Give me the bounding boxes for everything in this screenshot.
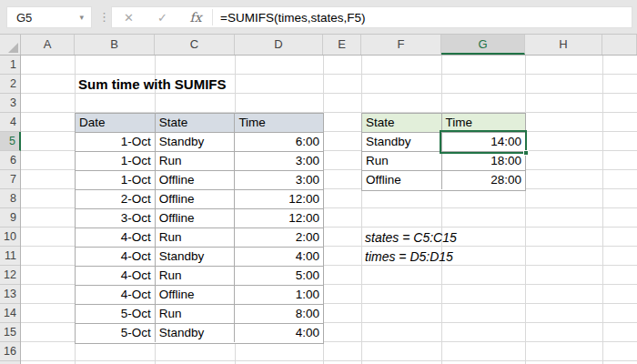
- row-header-2[interactable]: 2: [0, 75, 20, 94]
- time-cell[interactable]: 2:00: [235, 228, 323, 247]
- state-cell[interactable]: Run: [156, 152, 236, 170]
- gridline: [525, 56, 526, 364]
- time-cell[interactable]: 3:00: [235, 171, 323, 189]
- data-table-row: 5-Oct Run 8:00: [76, 305, 323, 324]
- column-header-f[interactable]: F: [361, 35, 441, 55]
- state-cell[interactable]: Offline: [156, 209, 236, 228]
- time-cell[interactable]: 4:00: [235, 248, 323, 266]
- data-table-row: 2-Oct Offline 12:00: [76, 190, 323, 209]
- time-cell[interactable]: 12:00: [235, 209, 323, 228]
- state-cell[interactable]: Standby: [362, 133, 442, 151]
- time-cell[interactable]: 28:00: [442, 171, 525, 189]
- name-box[interactable]: G5 ▾: [6, 6, 92, 28]
- row-header-14[interactable]: 14: [0, 304, 20, 323]
- date-cell[interactable]: 4-Oct: [76, 286, 156, 304]
- time-cell[interactable]: 5:00: [235, 267, 323, 285]
- data-table-row: 5-Oct Standby 4:00: [76, 324, 323, 343]
- date-cell[interactable]: 2-Oct: [76, 190, 156, 208]
- row-header-15[interactable]: 15: [0, 323, 20, 342]
- date-cell[interactable]: 1-Oct: [76, 152, 156, 170]
- summary-row: Offline 28:00: [362, 171, 525, 190]
- row-header-10[interactable]: 10: [0, 228, 20, 247]
- time-cell[interactable]: 12:00: [235, 190, 323, 208]
- date-cell[interactable]: 4-Oct: [76, 267, 156, 285]
- active-cell-selection-border: [440, 130, 527, 154]
- state-cell[interactable]: Standby: [156, 324, 236, 342]
- data-table-row: 1-Oct Standby 6:00: [76, 133, 323, 152]
- named-range-note-times[interactable]: times = D5:D15: [365, 249, 453, 264]
- row-header-13[interactable]: 13: [0, 285, 20, 304]
- date-cell[interactable]: 1-Oct: [76, 171, 156, 189]
- time-cell[interactable]: 6:00: [235, 133, 323, 151]
- date-cell[interactable]: 4-Oct: [76, 248, 156, 266]
- fill-handle[interactable]: [523, 150, 529, 156]
- column-header-b[interactable]: B: [75, 35, 155, 55]
- row-header-4[interactable]: 4: [0, 113, 20, 132]
- enter-icon[interactable]: ✓: [146, 11, 179, 25]
- row-header-1[interactable]: 1: [0, 56, 20, 75]
- state-cell[interactable]: Standby: [156, 248, 236, 266]
- data-table-row: 4-Oct Run 2:00: [76, 228, 323, 248]
- row-header-11[interactable]: 11: [0, 247, 20, 266]
- name-box-dropdown-icon[interactable]: ▾: [79, 13, 91, 22]
- column-header-a[interactable]: A: [21, 35, 75, 55]
- data-table-header-time[interactable]: Time: [235, 114, 323, 132]
- row-header-8[interactable]: 8: [0, 189, 20, 208]
- time-cell[interactable]: 18:00: [442, 152, 525, 170]
- data-table-row: 4-Oct Standby 4:00: [76, 248, 323, 267]
- date-cell[interactable]: 3-Oct: [76, 209, 156, 228]
- state-cell[interactable]: Offline: [156, 171, 236, 189]
- state-cell[interactable]: Standby: [156, 133, 236, 151]
- time-cell[interactable]: 1:00: [235, 286, 323, 304]
- state-cell[interactable]: Run: [156, 305, 236, 323]
- named-range-note-states[interactable]: states = C5:C15: [365, 230, 457, 245]
- formula-input[interactable]: =SUMIFS(times,states,F5): [220, 11, 365, 25]
- summary-header-state[interactable]: State: [362, 114, 442, 132]
- time-cell[interactable]: 4:00: [235, 324, 323, 342]
- data-table-header-date[interactable]: Date: [76, 114, 156, 132]
- formula-input-area: ✕ ✓ fx =SUMIFS(times,states,F5): [111, 6, 632, 28]
- sheet-title[interactable]: Sum time with SUMIFS: [78, 76, 227, 92]
- row-header-5-selected[interactable]: 5: [0, 132, 21, 151]
- state-cell[interactable]: Run: [156, 228, 236, 247]
- formula-bar-separator-dots: ⋮: [98, 6, 110, 28]
- column-header-filler: [602, 35, 637, 55]
- gridline: [602, 56, 603, 364]
- column-header-h[interactable]: H: [525, 35, 602, 55]
- cancel-icon[interactable]: ✕: [112, 11, 146, 25]
- select-all-corner[interactable]: [0, 35, 21, 55]
- time-cell[interactable]: 8:00: [235, 305, 323, 323]
- row-header-12[interactable]: 12: [0, 266, 20, 285]
- date-cell[interactable]: 4-Oct: [76, 228, 156, 247]
- state-cell[interactable]: Run: [156, 267, 236, 285]
- state-cell[interactable]: Offline: [362, 171, 442, 189]
- column-header-row: A B C D E F G H: [0, 35, 637, 56]
- state-cell[interactable]: Offline: [156, 286, 236, 304]
- column-header-e[interactable]: E: [323, 35, 361, 55]
- row-header-9[interactable]: 9: [0, 208, 20, 228]
- date-cell[interactable]: 1-Oct: [76, 133, 156, 151]
- data-table-row: 1-Oct Run 3:00: [76, 152, 323, 171]
- column-header-d[interactable]: D: [235, 35, 323, 55]
- row-header-16[interactable]: 16: [0, 342, 20, 361]
- state-cell[interactable]: Run: [362, 152, 442, 170]
- time-cell[interactable]: 3:00: [235, 152, 323, 170]
- data-table-row: 1-Oct Offline 3:00: [76, 171, 323, 190]
- state-cell[interactable]: Offline: [156, 190, 236, 208]
- column-header-c[interactable]: C: [155, 35, 235, 55]
- date-cell[interactable]: 5-Oct: [76, 324, 156, 342]
- column-header-g-selected[interactable]: G: [441, 35, 525, 55]
- row-header-6[interactable]: 6: [0, 151, 20, 170]
- name-box-value[interactable]: G5: [7, 11, 79, 25]
- data-table-header-state[interactable]: State: [156, 114, 236, 132]
- gridline: [441, 56, 442, 364]
- row-header-column: 1 2 3 4 5 6 7 8 9 10 11 12 13 14 15 16: [0, 56, 21, 364]
- row-header-7[interactable]: 7: [0, 170, 20, 189]
- data-table-header-row: Date State Time: [76, 114, 323, 133]
- excel-window: G5 ▾ ⋮ ✕ ✓ fx =SUMIFS(times,states,F5) A…: [0, 0, 637, 364]
- row-header-3[interactable]: 3: [0, 94, 20, 113]
- summary-header-time[interactable]: Time: [442, 114, 525, 132]
- insert-function-icon[interactable]: fx: [179, 10, 212, 25]
- date-cell[interactable]: 5-Oct: [76, 305, 156, 323]
- formula-bar: G5 ▾ ⋮ ✕ ✓ fx =SUMIFS(times,states,F5): [0, 0, 637, 35]
